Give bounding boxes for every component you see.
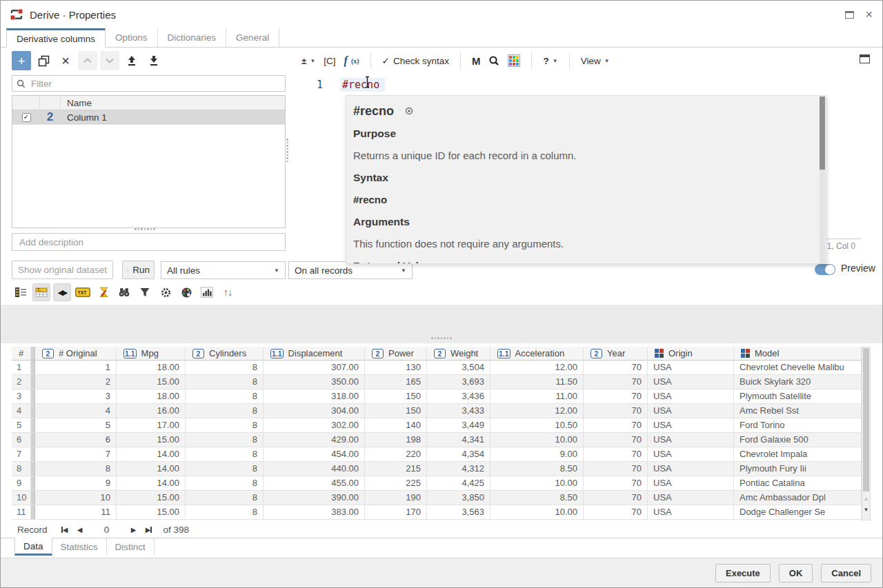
delete-column-icon[interactable]: ×	[56, 51, 75, 70]
table-cell[interactable]: 18.00	[117, 389, 186, 404]
table-row[interactable]: 1118.008307.001303,50412.0070USAChevrole…	[12, 361, 862, 375]
row-details-icon[interactable]	[12, 283, 30, 301]
show-original-dataset-button[interactable]: Show original dataset	[12, 261, 113, 279]
table-cell[interactable]: USA	[648, 375, 734, 389]
scroll-up-icon[interactable]: ▲	[862, 496, 870, 502]
close-icon[interactable]: ×	[865, 8, 873, 21]
table-cell[interactable]: 70	[584, 462, 648, 476]
scroll-down-icon[interactable]: ▼	[862, 507, 870, 513]
table-cell[interactable]: 225	[365, 476, 427, 491]
column-list-item[interactable]: ✓ 2 Column 1	[12, 110, 285, 125]
match-case-button[interactable]: M	[468, 51, 485, 70]
table-cell[interactable]: 15.00	[117, 491, 186, 505]
table-cell[interactable]: 11.50	[490, 375, 584, 389]
table-cell[interactable]: 18.00	[117, 361, 186, 375]
table-cell[interactable]: 429.00	[264, 433, 365, 447]
code-text[interactable]: #recno	[340, 78, 385, 92]
table-cell[interactable]: 8	[186, 447, 264, 462]
preview-toggle[interactable]	[815, 264, 835, 275]
table-cell[interactable]: 70	[584, 404, 648, 418]
table-cell[interactable]: 16.00	[117, 404, 186, 418]
table-cell[interactable]: 70	[584, 433, 648, 447]
table-cell[interactable]: USA	[648, 361, 734, 375]
table-cell[interactable]: 10.00	[490, 505, 584, 520]
table-cell[interactable]: 454.00	[264, 447, 365, 462]
table-row[interactable]: 7714.008454.002204,3549.0070USAChevrolet…	[12, 447, 862, 462]
table-cell[interactable]: USA	[648, 389, 734, 404]
add-column-button[interactable]: +	[12, 51, 31, 70]
table-cell[interactable]: 3,850	[427, 491, 490, 505]
fit-columns-icon[interactable]: ◀▶	[53, 283, 71, 301]
table-cell[interactable]: 140	[365, 418, 427, 433]
table-cell[interactable]: 150	[365, 389, 427, 404]
tab-general[interactable]: General	[226, 28, 279, 47]
table-cell[interactable]: 390.00	[264, 491, 365, 505]
column-filter-input[interactable]	[30, 78, 281, 90]
splitter-handle-vertical[interactable]	[286, 139, 288, 162]
sort-icon[interactable]: ↑↓	[219, 283, 237, 301]
column-reference-button[interactable]: [C]	[319, 51, 339, 70]
table-header-cell[interactable]: Model	[734, 347, 862, 361]
table-cell[interactable]: 8	[186, 375, 264, 389]
table-cell[interactable]: 10	[35, 491, 117, 505]
table-cell[interactable]: 302.00	[264, 418, 365, 433]
table-cell[interactable]: 455.00	[264, 476, 365, 491]
row-number-cell[interactable]: 2	[12, 375, 31, 389]
table-cell[interactable]: 70	[584, 361, 648, 375]
table-row[interactable]: 3318.008318.001503,43611.0070USAPlymouth…	[12, 389, 862, 404]
cancel-button[interactable]: Cancel	[821, 564, 871, 582]
maximize-icon[interactable]	[845, 11, 854, 19]
record-number[interactable]: 0	[88, 525, 126, 535]
table-cell[interactable]: 8	[186, 389, 264, 404]
table-cell[interactable]: 8	[186, 491, 264, 505]
ok-button[interactable]: OK	[779, 564, 813, 582]
table-cell[interactable]: 8	[186, 433, 264, 447]
tab-dictionaries[interactable]: Dictionaries	[158, 28, 227, 47]
table-cell[interactable]: 165	[365, 375, 427, 389]
table-cell[interactable]: 12.00	[490, 361, 584, 375]
table-cell[interactable]: Ford Torino	[734, 418, 862, 433]
table-cell[interactable]: Amc Rebel Sst	[734, 404, 862, 418]
move-up-icon[interactable]	[78, 51, 97, 70]
table-cell[interactable]: 8	[186, 505, 264, 520]
table-cell[interactable]: 4,341	[427, 433, 490, 447]
table-header-cell[interactable]: 1.1Mpg	[117, 347, 186, 361]
table-header-cell[interactable]: 1.1Acceleration	[490, 347, 584, 361]
table-row[interactable]: 111115.008383.001703,56310.0070USADodge …	[12, 505, 862, 520]
tab-derivative-columns[interactable]: Derivative columns	[6, 28, 106, 48]
table-cell[interactable]: USA	[648, 404, 734, 418]
colors-icon[interactable]	[177, 283, 195, 301]
table-header-cell[interactable]: #	[12, 347, 31, 361]
table-cell[interactable]: 14.00	[117, 476, 186, 491]
table-cell[interactable]: 220	[365, 447, 427, 462]
row-number-cell[interactable]: 6	[12, 433, 31, 447]
row-number-cell[interactable]: 4	[12, 404, 31, 418]
table-cell[interactable]: 2	[35, 375, 117, 389]
table-cell[interactable]: 70	[584, 505, 648, 520]
name-column-header[interactable]: Name	[61, 98, 285, 108]
filter-icon[interactable]	[136, 283, 154, 301]
table-cell[interactable]: 318.00	[264, 389, 365, 404]
row-number-cell[interactable]: 5	[12, 418, 31, 433]
table-cell[interactable]: 70	[584, 447, 648, 462]
popup-scrollbar[interactable]	[820, 97, 825, 264]
table-cell[interactable]: 12.00	[490, 404, 584, 418]
table-cell[interactable]: 8.50	[490, 462, 584, 476]
table-cell[interactable]: 10.50	[490, 418, 584, 433]
tab-statistics[interactable]: Statistics	[52, 538, 107, 555]
row-number-cell[interactable]: 3	[12, 389, 31, 404]
table-cell[interactable]: 307.00	[264, 361, 365, 375]
splitter-handle-horizontal[interactable]	[431, 337, 452, 339]
table-row[interactable]: 9914.008455.002254,42510.0070USAPontiac …	[12, 476, 862, 491]
table-header-cell[interactable]: 1.1Displacement	[264, 347, 365, 361]
text-format-icon[interactable]: TXT	[74, 283, 92, 301]
table-cell[interactable]: USA	[648, 418, 734, 433]
table-cell[interactable]: USA	[648, 433, 734, 447]
next-record-icon[interactable]: ▶	[126, 526, 141, 534]
table-header-cell[interactable]: 2Power	[365, 347, 427, 361]
tab-data[interactable]: Data	[14, 538, 52, 556]
table-header-cell[interactable]: 2Year	[584, 347, 648, 361]
table-cell[interactable]: 14.00	[117, 462, 186, 476]
table-cell[interactable]: 15.00	[117, 433, 186, 447]
table-cell[interactable]: 198	[365, 433, 427, 447]
